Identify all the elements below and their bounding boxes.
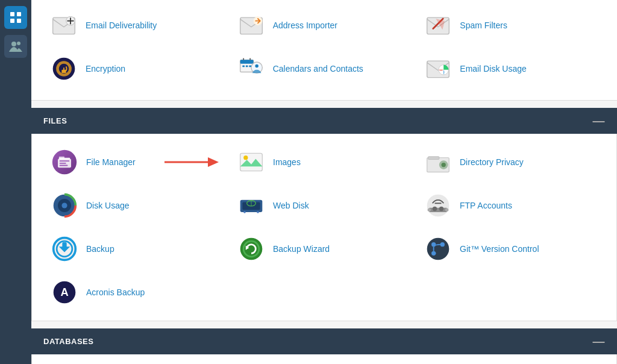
disk-usage-item[interactable]: Disk Usage	[44, 186, 231, 225]
svg-point-51	[257, 211, 259, 213]
svg-point-54	[427, 195, 449, 217]
grid-icon[interactable]	[4, 6, 27, 29]
svg-point-27	[255, 64, 258, 68]
email-deliverability-icon	[49, 11, 78, 40]
svg-rect-1	[17, 12, 21, 16]
svg-rect-23	[242, 66, 245, 67]
svg-rect-35	[60, 163, 66, 164]
backup-label: Backup	[86, 244, 114, 254]
web-disk-label: Web Disk	[273, 201, 309, 210]
svg-rect-34	[60, 160, 70, 162]
svg-rect-36	[60, 165, 68, 166]
calendars-contacts-item[interactable]: Calendars and Contacts	[231, 49, 418, 88]
files-section-content: File Manager	[31, 134, 617, 321]
acronis-label: Acronis Backup	[86, 287, 145, 297]
git-version-control-item[interactable]: Git™ Version Control	[418, 230, 604, 268]
ftp-accounts-icon	[424, 191, 453, 220]
svg-rect-2	[10, 19, 14, 23]
images-label: Images	[273, 157, 301, 167]
email-section: Email Deliverability Address Importer	[31, 0, 617, 101]
spam-filters-item[interactable]: Spam Filters	[418, 6, 605, 45]
email-deliverability-item[interactable]: Email Deliverability	[43, 6, 231, 45]
files-section-title: FILES	[43, 116, 67, 125]
backup-wizard-item[interactable]: Backup Wizard	[231, 230, 418, 268]
svg-point-40	[243, 155, 248, 160]
files-collapse-button[interactable]: —	[593, 114, 606, 128]
disk-usage-label: Disk Usage	[86, 201, 130, 210]
svg-point-4	[11, 42, 16, 46]
backup-item[interactable]: Backup	[44, 230, 231, 268]
calendars-contacts-icon	[237, 54, 266, 83]
files-section: FILES —	[31, 108, 617, 321]
databases-section: DATABASES —	[31, 328, 617, 364]
svg-point-44	[442, 163, 446, 167]
file-manager-label: File Manager	[86, 157, 136, 167]
svg-rect-24	[245, 66, 248, 67]
acronis-icon: A	[50, 278, 79, 307]
svg-text:A: A	[60, 286, 68, 298]
spam-filters-icon	[424, 11, 453, 40]
images-item[interactable]: Images	[231, 143, 418, 181]
address-importer-item[interactable]: Address Importer	[231, 6, 418, 45]
email-disk-usage-icon	[424, 54, 453, 83]
svg-rect-0	[10, 12, 14, 16]
svg-point-68	[427, 238, 449, 260]
encryption-item[interactable]: Encryption	[43, 49, 231, 88]
web-disk-icon	[237, 191, 266, 220]
svg-rect-20	[240, 60, 253, 63]
images-icon	[237, 148, 266, 177]
email-deliverability-label: Email Deliverability	[86, 20, 157, 30]
backup-icon	[50, 234, 79, 263]
main-content: Email Deliverability Address Importer	[31, 0, 617, 364]
ftp-accounts-label: FTP Accounts	[460, 201, 512, 210]
directory-privacy-label: Directory Privacy	[460, 157, 524, 167]
email-disk-usage-item[interactable]: Email Disk Usage	[418, 49, 605, 88]
acronis-backup-item[interactable]: A Acronis Backup	[44, 273, 231, 312]
web-disk-item[interactable]: Web Disk	[231, 186, 418, 225]
svg-point-5	[17, 42, 20, 45]
files-section-header: FILES —	[31, 108, 617, 134]
svg-point-50	[243, 211, 246, 213]
git-icon	[424, 234, 453, 263]
svg-point-57	[439, 207, 443, 211]
users-icon[interactable]	[4, 35, 27, 58]
databases-collapse-button[interactable]: —	[593, 334, 606, 348]
svg-rect-32	[59, 157, 64, 159]
svg-rect-18	[63, 67, 64, 71]
backup-wizard-icon	[237, 234, 266, 263]
red-arrow-icon	[164, 155, 219, 169]
disk-usage-icon	[50, 191, 79, 220]
directory-privacy-item[interactable]: Directory Privacy	[418, 143, 604, 181]
address-importer-label: Address Importer	[273, 20, 337, 30]
files-tools-grid: File Manager	[44, 143, 604, 312]
git-label: Git™ Version Control	[460, 244, 539, 254]
address-importer-icon	[237, 11, 266, 40]
svg-rect-3	[17, 19, 21, 23]
svg-point-56	[433, 207, 437, 211]
email-tools-grid: Email Deliverability Address Importer	[43, 6, 605, 88]
encryption-icon	[49, 54, 78, 83]
svg-rect-42	[428, 157, 439, 160]
file-manager-item[interactable]: File Manager	[44, 143, 231, 181]
databases-section-header: DATABASES —	[31, 328, 617, 354]
databases-section-content: phpMyAdmin MySQL® Databases	[31, 354, 617, 364]
svg-marker-38	[208, 157, 219, 167]
svg-point-59	[445, 209, 449, 212]
svg-point-47	[61, 202, 67, 208]
databases-section-title: DATABASES	[43, 337, 93, 346]
sidebar	[0, 0, 31, 364]
svg-rect-39	[240, 153, 263, 171]
spam-filters-label: Spam Filters	[460, 20, 507, 30]
email-disk-usage-label: Email Disk Usage	[460, 64, 526, 74]
svg-point-58	[428, 209, 431, 212]
file-manager-icon	[50, 148, 79, 177]
directory-privacy-icon	[424, 148, 453, 177]
svg-rect-55	[429, 208, 446, 212]
calendars-contacts-label: Calendars and Contacts	[273, 64, 363, 74]
backup-wizard-label: Backup Wizard	[273, 244, 330, 254]
encryption-label: Encryption	[86, 64, 125, 74]
ftp-accounts-item[interactable]: FTP Accounts	[418, 186, 604, 225]
